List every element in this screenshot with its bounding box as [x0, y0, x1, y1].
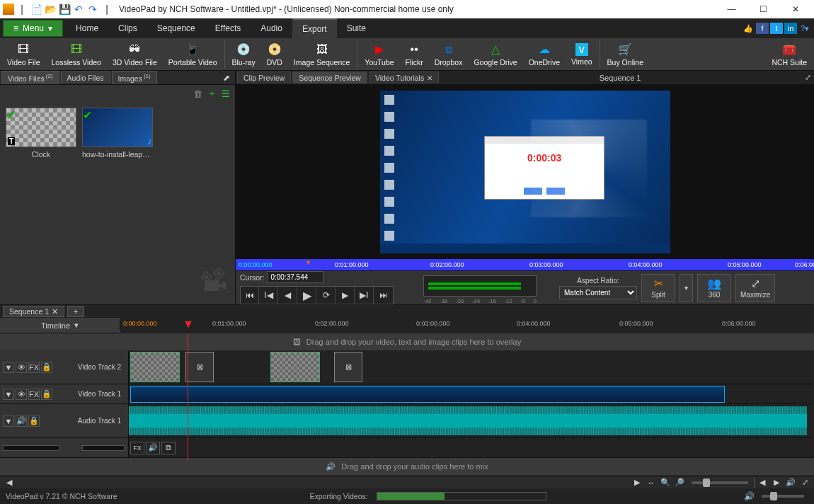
bin-tab-audio[interactable]: Audio Files	[61, 71, 110, 84]
export-flickr[interactable]: ••Flickr	[400, 39, 429, 70]
preview-tab-clip[interactable]: Clip Preview	[237, 71, 291, 84]
split-button[interactable]: ✂Split	[641, 274, 675, 302]
track-area[interactable]	[129, 404, 814, 437]
sequence-tab[interactable]: Sequence 1✕	[3, 306, 64, 317]
qat-undo-icon[interactable]: ↶	[72, 3, 85, 16]
track-lock-icon[interactable]: 🔒	[28, 416, 40, 427]
prev-frame-icon[interactable]: Ⅰ◀	[260, 287, 278, 304]
preview-ruler[interactable]: 0:00:00.000 ▼ 0:01:00.000 0:02:00.000 0:…	[236, 259, 814, 270]
tab-clips[interactable]: Clips	[108, 18, 147, 38]
tl-fit-icon[interactable]: ↔	[645, 477, 658, 488]
nch-suite[interactable]: 🧰NCH Suite	[766, 39, 813, 70]
bin-tab-images[interactable]: Images(1)	[112, 71, 157, 84]
goto-end-icon[interactable]: ⏭	[374, 287, 393, 304]
bin-tab-video[interactable]: Video Files(2)	[1, 71, 59, 84]
close-icon[interactable]: ✕	[427, 74, 432, 82]
timeline-mode[interactable]: Timeline▾	[0, 321, 120, 330]
tab-home[interactable]: Home	[66, 18, 108, 38]
next-frame-icon[interactable]: ▶Ⅰ	[355, 287, 374, 304]
tab-sequence[interactable]: Sequence	[147, 18, 205, 38]
360-button[interactable]: 👥360	[697, 274, 731, 302]
export-image-seq[interactable]: 🖼Image Sequence	[288, 39, 355, 70]
export-gdrive[interactable]: △Google Drive	[468, 39, 522, 70]
add-sequence-button[interactable]: +	[67, 306, 84, 317]
track-collapse-icon[interactable]: ▼	[3, 416, 14, 427]
track-fx-icon[interactable]: FX	[28, 389, 40, 400]
playhead-line[interactable]	[188, 333, 188, 461]
track-volume-slider[interactable]	[3, 445, 59, 451]
export-video-file[interactable]: 🎞Video File	[1, 39, 46, 70]
bin-trash-icon[interactable]: 🗑	[191, 87, 204, 100]
preview-tab-tutorials[interactable]: Video Tutorials✕	[369, 71, 439, 84]
tl-zoomin-icon[interactable]: 🔎	[673, 477, 686, 488]
export-dropbox[interactable]: ⧈Dropbox	[429, 39, 469, 70]
bin-add-icon[interactable]: ＋	[205, 87, 218, 100]
bin-popout-icon[interactable]: ⬈	[221, 72, 232, 84]
aspect-select[interactable]: Match Content	[559, 286, 637, 299]
tl-pin-icon[interactable]: ⤢	[798, 477, 811, 488]
clip-item[interactable]: ✔T Clock	[6, 108, 76, 159]
master-volume-slider[interactable]	[762, 495, 804, 498]
playhead-icon[interactable]: ▼	[183, 318, 194, 331]
track-link-icon[interactable]: ⧉	[161, 442, 176, 454]
export-vimeo[interactable]: vVimeo	[566, 39, 598, 70]
track-area[interactable]: ⊠ ⊠	[129, 350, 814, 384]
buy-online[interactable]: 🛒Buy Online	[602, 39, 649, 70]
track-fx2-icon[interactable]: FX	[130, 442, 144, 454]
export-portable[interactable]: 📱Portable Video	[163, 39, 223, 70]
menu-button[interactable]: ≡Menu▾	[3, 20, 63, 37]
export-3d[interactable]: 🕶3D Video File	[107, 39, 163, 70]
tl-next-icon[interactable]: ▶	[770, 477, 783, 488]
track-area[interactable]	[129, 384, 814, 403]
facebook-icon[interactable]: f	[756, 23, 769, 34]
track-collapse-icon[interactable]: ▼	[3, 362, 14, 373]
track-lock-icon[interactable]: 🔒	[41, 362, 52, 373]
preview-screen[interactable]: 0:00:03	[236, 85, 814, 259]
close-icon[interactable]: ✕	[52, 307, 58, 316]
cursor-input[interactable]	[267, 271, 323, 283]
tl-zoom-slider[interactable]	[692, 481, 748, 484]
maximize-button[interactable]: ☐	[747, 0, 779, 18]
track-eye-icon[interactable]: 👁	[16, 389, 27, 400]
status-speaker-icon[interactable]: 🔊	[743, 491, 755, 501]
twitter-icon[interactable]: t	[770, 23, 783, 34]
goto-start-icon[interactable]: ⏮	[241, 287, 259, 304]
timeline-ruler[interactable]: 0:00:00.000 ▼ 0:01:00.000 0:02:00.000 0:…	[120, 318, 814, 333]
minimize-button[interactable]: —	[716, 0, 747, 18]
split-dropdown[interactable]: ▾	[680, 274, 693, 302]
help-icon[interactable]: ?▾	[798, 23, 811, 34]
tl-scroll-right-icon[interactable]: ▶	[631, 477, 643, 488]
play-icon[interactable]: ▶	[298, 287, 316, 304]
tl-zoomout-icon[interactable]: 🔍	[659, 477, 672, 488]
overlay-drop-hint[interactable]: 🖼Drag and drop your video, text and imag…	[0, 333, 814, 350]
qat-open-icon[interactable]: 📂	[44, 3, 57, 16]
qat-redo-icon[interactable]: ↷	[86, 3, 99, 16]
track-lock-icon[interactable]: 🔒	[41, 389, 52, 400]
export-bluray[interactable]: 💿Blu-ray	[227, 39, 261, 70]
tl-scroll-left-icon[interactable]: ◀	[3, 477, 16, 488]
export-dvd[interactable]: 📀DVD	[261, 39, 288, 70]
export-onedrive[interactable]: ☁OneDrive	[523, 39, 566, 70]
audio-waveform[interactable]	[129, 406, 807, 436]
export-lossless[interactable]: 🎞Lossless Video	[46, 39, 107, 70]
preview-playhead-icon[interactable]: ▼	[305, 259, 311, 266]
tl-prev-icon[interactable]: ◀	[756, 477, 769, 488]
audio-drop-hint[interactable]: 🔊Drag and drop your audio clips here to …	[0, 458, 814, 475]
export-youtube[interactable]: ▶YouTube	[359, 39, 399, 70]
track-eye-icon[interactable]: 👁	[16, 362, 27, 373]
tl-speaker-icon[interactable]: 🔊	[784, 477, 797, 488]
linkedin-icon[interactable]: in	[784, 23, 797, 34]
track-mute-icon[interactable]: 🔊	[146, 442, 160, 454]
bin-list-icon[interactable]: ☰	[219, 87, 232, 100]
maximize-preview-button[interactable]: ⤢Maximize	[735, 274, 775, 302]
clip-item[interactable]: ✔♪ how-to-install-leapdro...	[82, 108, 153, 159]
bin-area[interactable]: ✔T Clock ✔♪ how-to-install-leapdro... 📽	[0, 102, 235, 304]
track-speaker-icon[interactable]: 🔊	[16, 416, 27, 427]
track-pan-slider[interactable]	[82, 445, 125, 451]
preview-tab-sequence[interactable]: Sequence Preview	[292, 71, 367, 84]
qat-save-icon[interactable]: 💾	[58, 3, 71, 16]
like-icon[interactable]: 👍	[742, 23, 755, 34]
qat-new-icon[interactable]: 📄	[30, 3, 42, 16]
tab-suite[interactable]: Suite	[337, 18, 376, 38]
tab-export[interactable]: Export	[292, 18, 337, 38]
